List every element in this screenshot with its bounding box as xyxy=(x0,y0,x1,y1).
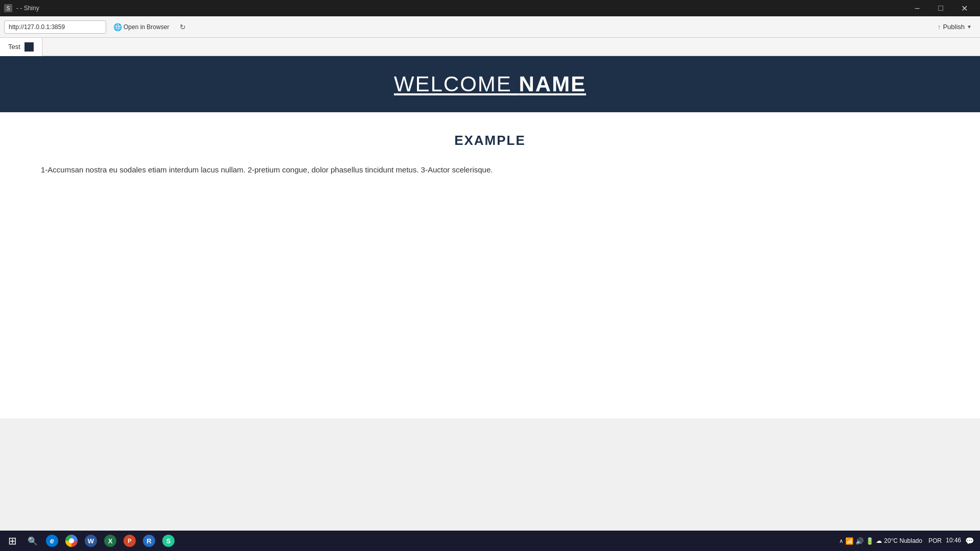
excel-app-icon: X xyxy=(104,535,116,547)
browser-icon: 🌐 xyxy=(113,23,121,31)
publish-dropdown-icon: ▼ xyxy=(967,24,972,30)
tray-up-arrow[interactable]: ∧ xyxy=(839,538,843,544)
open-in-browser-button[interactable]: 🌐 Open in Browser xyxy=(110,21,172,33)
taskbar-shiny-icon[interactable]: S xyxy=(159,532,178,550)
refresh-icon: ↻ xyxy=(180,23,186,31)
refresh-button[interactable]: ↻ xyxy=(176,20,189,34)
publish-label: Publish xyxy=(943,23,965,31)
name-text: NAME xyxy=(519,72,586,96)
welcome-text: WELCOME xyxy=(394,72,519,96)
publish-icon: ↑ xyxy=(937,23,941,31)
taskbar-word-icon[interactable]: W xyxy=(82,532,100,550)
minimize-button[interactable]: – xyxy=(905,0,929,16)
welcome-heading: WELCOME NAME xyxy=(394,72,586,96)
taskbar-search-button[interactable]: 🔍 xyxy=(23,532,42,550)
shiny-app-icon: S xyxy=(162,535,175,547)
title-bar: S - - Shiny – □ ✕ xyxy=(0,0,980,16)
publish-button[interactable]: ↑ Publish ▼ xyxy=(933,21,976,33)
app-header: WELCOME NAME xyxy=(0,56,980,112)
weather-icon: ☁ xyxy=(876,537,882,544)
word-app-icon: W xyxy=(85,535,97,547)
edge-browser-icon: e xyxy=(46,535,58,547)
body-paragraph: 1-Accumsan nostra eu sodales etiam inter… xyxy=(41,164,949,176)
test-tab[interactable]: Test xyxy=(0,38,42,56)
system-tray: ∧ 📶 🔊 🔋 ☁ 20°C Nublado POR 10:46 💬 xyxy=(839,537,978,545)
close-button[interactable]: ✕ xyxy=(952,0,976,16)
time-display: 10:46 xyxy=(946,537,961,545)
taskbar: ⊞ 🔍 e W X P R S ∧ 📶 🔊 🔋 ☁ 20°C Nublado P… xyxy=(0,531,980,551)
r-studio-icon: R xyxy=(143,535,155,547)
clock: 10:46 xyxy=(946,537,961,545)
windows-icon: ⊞ xyxy=(8,535,17,547)
chrome-browser-icon xyxy=(65,535,78,547)
app-window: WELCOME NAME EXAMPLE 1-Accumsan nostra e… xyxy=(0,56,980,418)
taskbar-excel-icon[interactable]: X xyxy=(101,532,119,550)
app-body: EXAMPLE 1-Accumsan nostra eu sodales eti… xyxy=(0,112,980,418)
tab-color-indicator xyxy=(24,42,34,52)
taskbar-powerpoint-icon[interactable]: P xyxy=(120,532,139,550)
taskbar-chrome-icon[interactable] xyxy=(62,532,81,550)
open-in-browser-label: Open in Browser xyxy=(124,23,169,31)
restore-button[interactable]: □ xyxy=(929,0,952,16)
start-button[interactable]: ⊞ xyxy=(2,531,22,550)
notification-icon[interactable]: 💬 xyxy=(965,537,974,545)
weather-widget: ☁ 20°C Nublado xyxy=(876,537,922,544)
battery-icon: 🔋 xyxy=(866,537,874,545)
tray-language: POR xyxy=(928,537,942,544)
window-title: - - Shiny xyxy=(16,5,39,12)
weather-text: 20°C Nublado xyxy=(884,537,922,544)
tab-label: Test xyxy=(8,43,20,51)
toolbar: http://127.0.0.1:3859 🌐 Open in Browser … xyxy=(0,16,980,38)
taskbar-r-icon[interactable]: R xyxy=(140,532,158,550)
app-icon: S xyxy=(4,4,12,12)
window-controls: – □ ✕ xyxy=(905,0,976,16)
tab-bar: Test xyxy=(0,38,980,56)
address-text: http://127.0.0.1:3859 xyxy=(9,23,65,31)
taskbar-edge-icon[interactable]: e xyxy=(43,532,61,550)
section-title: EXAMPLE xyxy=(31,133,949,148)
network-icon: 📶 xyxy=(845,537,853,545)
powerpoint-app-icon: P xyxy=(124,535,136,547)
search-icon: 🔍 xyxy=(28,536,38,546)
volume-icon: 🔊 xyxy=(855,537,864,545)
address-bar[interactable]: http://127.0.0.1:3859 xyxy=(4,20,106,34)
